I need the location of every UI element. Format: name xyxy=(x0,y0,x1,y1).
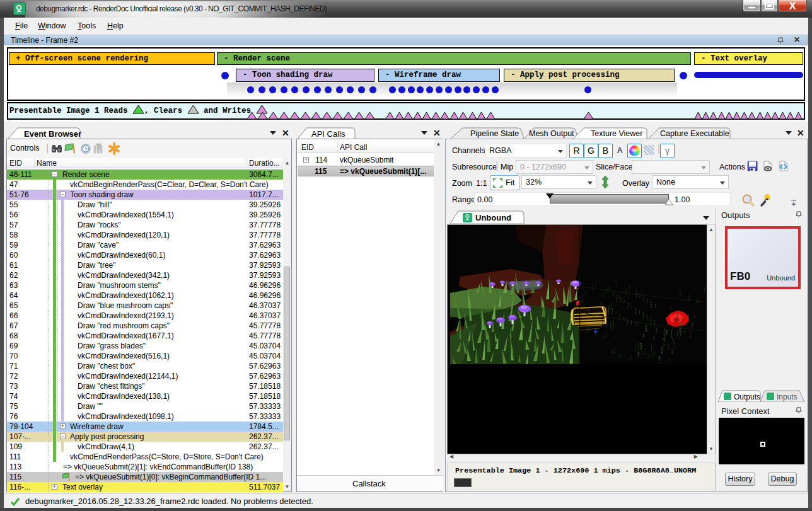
svg-text:Unbound: Unbound xyxy=(475,213,511,222)
svg-text:Pipeline State: Pipeline State xyxy=(470,129,519,138)
svg-text:Capture Executable: Capture Executable xyxy=(660,129,729,138)
svg-text:Event Browser: Event Browser xyxy=(24,129,81,139)
svg-text:Outputs: Outputs xyxy=(734,393,760,401)
svg-text:API Calls: API Calls xyxy=(311,129,345,139)
svg-text:Inputs: Inputs xyxy=(777,393,798,401)
svg-text:X: X xyxy=(789,1,796,11)
svg-text:Mesh Output: Mesh Output xyxy=(529,129,574,138)
svg-text:Texture Viewer: Texture Viewer xyxy=(591,129,642,138)
